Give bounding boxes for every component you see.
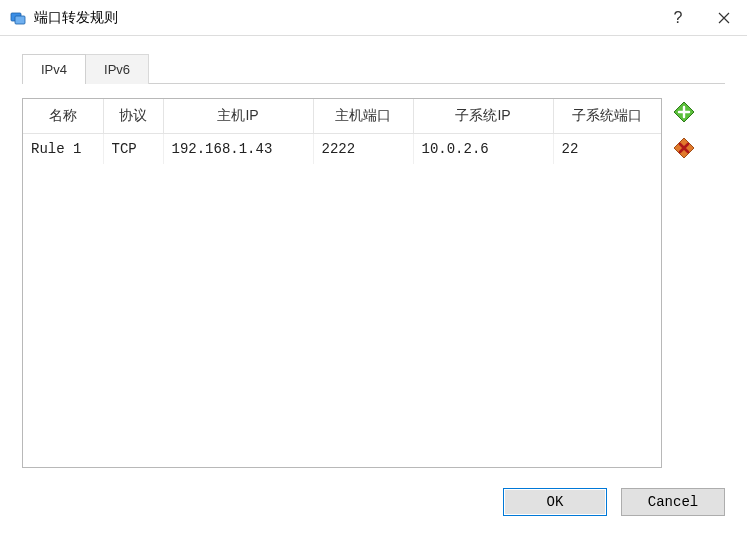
titlebar: 端口转发规则 ? [0,0,747,36]
tabs: IPv4 IPv6 [22,54,725,84]
close-button[interactable] [701,0,747,36]
cell-host-port[interactable]: 2222 [313,134,413,165]
table-row[interactable]: Rule 1 TCP 192.168.1.43 2222 10.0.2.6 22 [23,134,661,165]
ok-button[interactable]: OK [503,488,607,516]
help-button[interactable]: ? [655,0,701,36]
window-title: 端口转发规则 [34,9,655,27]
col-host-port[interactable]: 主机端口 [313,99,413,134]
col-name[interactable]: 名称 [23,99,103,134]
app-icon [10,10,26,26]
cancel-button-label: Cancel [648,494,698,510]
ok-button-label: OK [547,494,564,510]
tab-ipv4-label: IPv4 [41,62,67,77]
side-buttons [670,98,698,162]
add-icon [672,100,696,124]
cell-guest-port[interactable]: 22 [553,134,661,165]
col-guest-ip[interactable]: 子系统IP [413,99,553,134]
col-guest-port[interactable]: 子系统端口 [553,99,661,134]
cell-host-ip[interactable]: 192.168.1.43 [163,134,313,165]
dialog-footer: OK Cancel [0,480,747,530]
cell-name[interactable]: Rule 1 [23,134,103,165]
dialog-content: IPv4 IPv6 名称 协议 主机IP 主机端口 子系统IP 子系统端口 [0,36,747,480]
cancel-button[interactable]: Cancel [621,488,725,516]
remove-rule-button[interactable] [670,134,698,162]
rules-table-container: 名称 协议 主机IP 主机端口 子系统IP 子系统端口 Rule 1 TCP 1… [22,98,662,468]
cell-protocol[interactable]: TCP [103,134,163,165]
add-rule-button[interactable] [670,98,698,126]
table-header-row: 名称 协议 主机IP 主机端口 子系统IP 子系统端口 [23,99,661,134]
rules-table: 名称 协议 主机IP 主机端口 子系统IP 子系统端口 Rule 1 TCP 1… [23,99,661,164]
tab-ipv4[interactable]: IPv4 [22,54,86,84]
col-protocol[interactable]: 协议 [103,99,163,134]
tab-pane: 名称 协议 主机IP 主机端口 子系统IP 子系统端口 Rule 1 TCP 1… [22,84,725,468]
col-host-ip[interactable]: 主机IP [163,99,313,134]
svg-rect-1 [15,16,25,24]
cell-guest-ip[interactable]: 10.0.2.6 [413,134,553,165]
tab-ipv6[interactable]: IPv6 [86,54,149,84]
tab-ipv6-label: IPv6 [104,62,130,77]
remove-icon [672,136,696,160]
